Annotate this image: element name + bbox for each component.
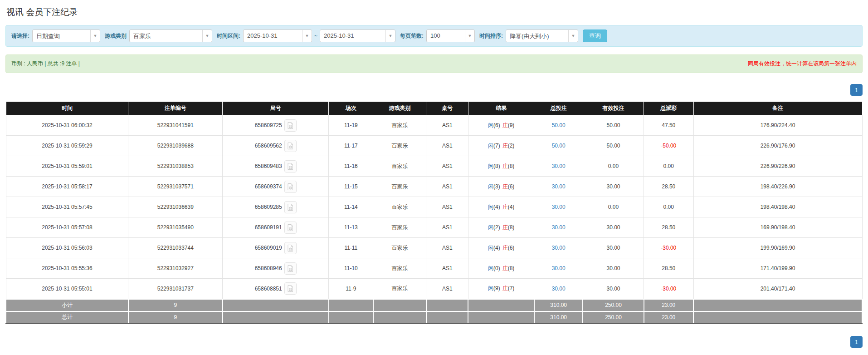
result-banker-score: (6) <box>508 245 515 251</box>
game-type-select[interactable]: 百家乐 ▼ <box>129 30 212 42</box>
cell-table-no: AS1 <box>426 177 468 197</box>
cell-table-no: AS1 <box>426 197 468 217</box>
column-header-1: 时间 <box>6 102 128 115</box>
cell-game-type: 百家乐 <box>373 177 426 197</box>
query-type-select[interactable]: 日期查询 ▼ <box>32 30 100 42</box>
page-title: 视讯 会员下注纪录 <box>6 6 863 18</box>
cell-payout: -30.00 <box>644 279 694 299</box>
empty-cell <box>223 299 329 311</box>
table-row: 2025-10-31 05:55:36 522931032927 6586089… <box>6 258 862 279</box>
table-row: 2025-10-31 05:59:01 522931038853 6586094… <box>6 156 862 177</box>
total-bet-link[interactable]: 50.00 <box>552 143 566 149</box>
date-from-select[interactable]: 2025-10-31 ▼ <box>243 30 312 42</box>
video-replay-button[interactable] <box>284 282 297 295</box>
cell-time: 2025-10-31 05:57:45 <box>6 197 128 217</box>
empty-cell <box>426 311 468 324</box>
chevron-down-icon[interactable]: ▼ <box>90 30 100 42</box>
cell-bet-no: 522931033744 <box>128 238 223 258</box>
video-replay-button[interactable] <box>284 140 297 152</box>
result-player: 闲 <box>488 245 493 251</box>
chevron-down-icon[interactable]: ▼ <box>385 30 395 42</box>
cell-session: 11-10 <box>329 258 373 279</box>
chevron-down-icon[interactable]: ▼ <box>465 30 474 42</box>
cell-bet-no: 522931032927 <box>128 258 223 279</box>
chevron-down-icon[interactable]: ▼ <box>202 30 212 42</box>
total-bet-link[interactable]: 30.00 <box>552 245 566 251</box>
result-player: 闲 <box>488 163 493 169</box>
video-replay-button[interactable] <box>284 201 297 213</box>
table-header-row: 时间注单编号局号场次游戏类别桌号结果总投注有效投注总派彩备注 <box>6 102 862 115</box>
total-bet-link[interactable]: 30.00 <box>552 286 566 292</box>
search-button[interactable]: 查询 <box>583 30 607 42</box>
cell-remark: 198.40/198.40 <box>693 197 862 217</box>
page-1-button[interactable]: 1 <box>850 336 863 348</box>
result-player: 闲 <box>488 204 493 210</box>
empty-cell <box>693 311 862 324</box>
video-file-icon <box>287 163 294 170</box>
cell-payout: 47.50 <box>644 115 694 136</box>
video-file-icon <box>287 122 294 129</box>
result-player-score: (9) <box>493 285 500 291</box>
table-row: 2025-10-31 05:57:08 522931035490 6586091… <box>6 217 862 238</box>
cell-result: 闲(4)庄(4) <box>468 197 534 217</box>
cell-remark: 198.40/226.90 <box>693 177 862 197</box>
cell-table-no: AS1 <box>426 115 468 136</box>
cell-payout: -50.00 <box>644 136 694 156</box>
total-bet-link[interactable]: 30.00 <box>552 224 566 231</box>
cell-bet-no: 522931039688 <box>128 136 223 156</box>
cell-remark: 226.90/176.90 <box>693 136 862 156</box>
empty-cell <box>329 311 373 324</box>
result-banker: 庄 <box>502 163 508 169</box>
total-total-bet: 310.00 <box>534 311 583 324</box>
column-header-8: 总投注 <box>534 102 583 115</box>
total-bet-link[interactable]: 30.00 <box>552 183 566 190</box>
video-replay-button[interactable] <box>284 222 297 234</box>
result-banker-score: (9) <box>508 122 515 128</box>
cell-total-bet: 30.00 <box>534 217 583 238</box>
total-bet-link[interactable]: 30.00 <box>552 265 566 271</box>
total-valid-bet: 250.00 <box>583 311 644 324</box>
cell-payout: 28.50 <box>644 217 694 238</box>
page: 视讯 会员下注纪录 请选择: 日期查询 ▼ 游戏类别 百家乐 ▼ 时间区间: 2… <box>0 0 868 355</box>
result-banker: 庄 <box>502 245 508 251</box>
date-to-select[interactable]: 2025-10-31 ▼ <box>320 30 395 42</box>
cell-result: 闲(2)庄(8) <box>468 217 534 238</box>
video-replay-button[interactable] <box>284 181 297 193</box>
cell-total-bet: 30.00 <box>534 197 583 217</box>
column-header-2: 注单编号 <box>128 102 223 115</box>
page-size-select[interactable]: 100 ▼ <box>426 30 475 42</box>
chevron-down-icon[interactable]: ▼ <box>568 30 578 42</box>
cell-game-type: 百家乐 <box>373 115 426 136</box>
cell-round-no: 658609019 <box>223 238 329 258</box>
video-replay-button[interactable] <box>284 242 297 254</box>
table-totals: 小计 9 310.00 250.00 23.00 总计 9 3 <box>6 299 862 324</box>
cell-time: 2025-10-31 05:56:03 <box>6 238 128 258</box>
table-row: 2025-10-31 05:56:03 522931033744 6586090… <box>6 238 862 258</box>
total-bet-link[interactable]: 30.00 <box>552 163 566 169</box>
cell-result: 闲(7)庄(2) <box>468 136 534 156</box>
cell-table-no: AS1 <box>426 156 468 177</box>
video-replay-button[interactable] <box>284 119 297 132</box>
cell-table-no: AS1 <box>426 279 468 299</box>
page-1-button[interactable]: 1 <box>850 84 863 96</box>
cell-valid-bet: 30.00 <box>583 177 644 197</box>
total-label: 总计 <box>6 311 128 324</box>
video-replay-button[interactable] <box>284 262 297 275</box>
result-player-score: (6) <box>493 122 500 128</box>
query-type-label: 请选择: <box>11 32 29 40</box>
total-bet-link[interactable]: 30.00 <box>552 204 566 210</box>
empty-cell <box>468 311 534 324</box>
sort-select[interactable]: 降幂(由大到小) ▼ <box>506 30 578 42</box>
cell-valid-bet: 50.00 <box>583 115 644 136</box>
pagination-bottom: 1 <box>5 336 863 348</box>
empty-cell <box>693 299 862 311</box>
page-size-value: 100 <box>427 30 465 42</box>
video-replay-button[interactable] <box>284 160 297 173</box>
cell-remark: 226.90/226.90 <box>693 156 862 177</box>
video-file-icon <box>287 244 294 252</box>
cell-round-no: 658609483 <box>223 156 329 177</box>
cell-time: 2025-10-31 05:57:08 <box>6 217 128 238</box>
chevron-down-icon[interactable]: ▼ <box>302 30 312 42</box>
cell-total-bet: 50.00 <box>534 136 583 156</box>
total-bet-link[interactable]: 50.00 <box>552 122 566 128</box>
